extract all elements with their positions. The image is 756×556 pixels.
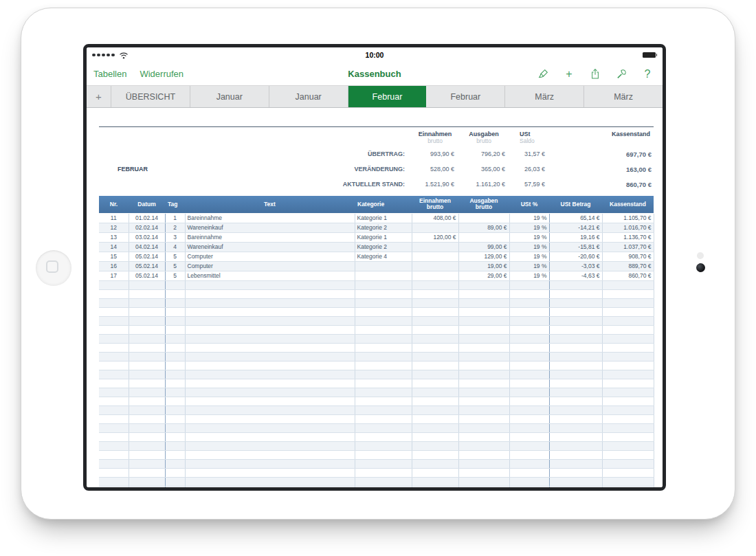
cell-ust[interactable]: 19 %	[509, 223, 549, 232]
cell-ein[interactable]	[412, 397, 458, 405]
cell-nr[interactable]	[99, 459, 129, 468]
cell-nr[interactable]	[99, 352, 129, 361]
table-row[interactable]	[99, 316, 654, 325]
cell-ust[interactable]	[509, 307, 549, 316]
cell-tag[interactable]: 3	[165, 232, 185, 242]
cell-nr[interactable]: 14	[99, 242, 129, 252]
cell-kat[interactable]: Kategorie 1	[355, 213, 412, 223]
cell-kat[interactable]	[355, 271, 412, 280]
cell-betrag[interactable]	[549, 414, 602, 423]
cell-ust[interactable]	[509, 379, 549, 388]
cell-aus[interactable]	[458, 468, 509, 477]
cell-aus[interactable]	[458, 477, 509, 486]
help-icon[interactable]: ?	[641, 68, 654, 80]
cell-kassen[interactable]: 908,70 €	[602, 252, 654, 261]
cell-aus[interactable]	[458, 361, 509, 370]
cell-tag[interactable]	[165, 414, 185, 423]
cell-nr[interactable]: 16	[99, 261, 129, 271]
cell-ein[interactable]	[412, 423, 458, 432]
cell-ust[interactable]	[509, 486, 549, 487]
cell-kat[interactable]	[355, 280, 412, 289]
cell-betrag[interactable]	[549, 298, 602, 307]
cell-ein[interactable]	[412, 414, 458, 423]
cell-betrag[interactable]	[549, 289, 602, 298]
cell-tag[interactable]	[165, 441, 185, 450]
cell-datum[interactable]	[129, 405, 165, 414]
cell-betrag[interactable]	[549, 397, 602, 405]
cell-ein[interactable]	[412, 334, 458, 343]
cell-nr[interactable]	[99, 486, 129, 487]
cell-ust[interactable]	[509, 405, 549, 414]
cell-nr[interactable]: 12	[99, 223, 129, 232]
cell-kassen[interactable]: 1.037,70 €	[602, 242, 654, 252]
cell-ust[interactable]	[509, 450, 549, 459]
cell-kassen[interactable]	[602, 307, 654, 316]
table-row[interactable]	[99, 379, 654, 388]
table-row[interactable]	[99, 405, 654, 414]
tabellen-button[interactable]: Tabellen	[93, 69, 126, 79]
cell-ein[interactable]	[412, 388, 458, 397]
cell-kassen[interactable]	[602, 352, 654, 361]
cell-datum[interactable]	[129, 441, 165, 450]
cell-kat[interactable]	[355, 459, 412, 468]
cell-kassen[interactable]	[602, 280, 654, 289]
cell-betrag[interactable]	[549, 450, 602, 459]
cell-datum[interactable]	[129, 477, 165, 486]
cell-tag[interactable]: 4	[165, 242, 185, 252]
cell-text[interactable]	[185, 307, 355, 316]
cell-kassen[interactable]	[602, 334, 654, 343]
cell-datum[interactable]	[129, 423, 165, 432]
summary-row-aktueller-stand[interactable]: AKTUELLER STAND: 1.521,90 € 1.161,20 € 5…	[99, 177, 654, 192]
cell-text[interactable]: Bareinnahme	[185, 213, 355, 223]
cell-text[interactable]	[185, 352, 355, 361]
cell-kat[interactable]	[355, 361, 412, 370]
cell-nr[interactable]	[99, 289, 129, 298]
cell-ust[interactable]	[509, 298, 549, 307]
cell-ust[interactable]: 19 %	[509, 242, 549, 252]
cell-datum[interactable]	[129, 298, 165, 307]
cell-text[interactable]	[185, 280, 355, 289]
cell-betrag[interactable]	[549, 432, 602, 441]
cell-ein[interactable]	[412, 477, 458, 486]
cell-datum[interactable]: 01.02.14	[129, 213, 165, 223]
col-header-ausgaben[interactable]: Ausgaben brutto	[458, 196, 509, 213]
cell-text[interactable]	[185, 289, 355, 298]
share-icon[interactable]	[589, 68, 601, 80]
table-row[interactable]	[99, 289, 654, 298]
cell-kassen[interactable]	[602, 388, 654, 397]
cell-kat[interactable]	[355, 468, 412, 477]
cell-aus[interactable]	[458, 432, 509, 441]
format-brush-icon[interactable]	[537, 68, 549, 80]
cell-ust[interactable]	[509, 414, 549, 423]
cell-tag[interactable]	[165, 325, 185, 334]
cell-kassen[interactable]: 889,70 €	[602, 261, 654, 271]
cell-aus[interactable]: 99,00 €	[458, 242, 509, 252]
sheet-tab-6-märz[interactable]: März	[584, 86, 663, 107]
cell-kassen[interactable]	[602, 414, 654, 423]
cell-ein[interactable]	[412, 370, 458, 379]
cell-aus[interactable]	[458, 450, 509, 459]
table-row[interactable]	[99, 370, 654, 379]
cell-nr[interactable]: 13	[99, 232, 129, 242]
cell-kat[interactable]	[355, 432, 412, 441]
cell-tag[interactable]	[165, 289, 185, 298]
cell-nr[interactable]	[99, 298, 129, 307]
cell-ein[interactable]	[412, 261, 458, 271]
cell-text[interactable]	[185, 468, 355, 477]
cell-tag[interactable]: 5	[165, 252, 185, 261]
cell-aus[interactable]	[458, 486, 509, 487]
sheet-tab-3-februar[interactable]: Februar	[348, 86, 427, 107]
table-row[interactable]	[99, 486, 654, 487]
cell-aus[interactable]	[458, 405, 509, 414]
cell-kat[interactable]: Kategorie 2	[355, 242, 412, 252]
table-row[interactable]	[99, 307, 654, 316]
table-row[interactable]: 1505.02.145ComputerKategorie 4129,00 €19…	[99, 252, 654, 261]
cell-kassen[interactable]	[602, 441, 654, 450]
cell-ein[interactable]	[412, 405, 458, 414]
cell-kassen[interactable]: 1.016,70 €	[602, 223, 654, 232]
cell-betrag[interactable]: -3,03 €	[549, 261, 602, 271]
cell-ein[interactable]	[412, 307, 458, 316]
col-header-nr[interactable]: Nr.	[99, 196, 129, 213]
cell-ust[interactable]	[509, 477, 549, 486]
cell-betrag[interactable]: 65,14 €	[549, 213, 602, 223]
